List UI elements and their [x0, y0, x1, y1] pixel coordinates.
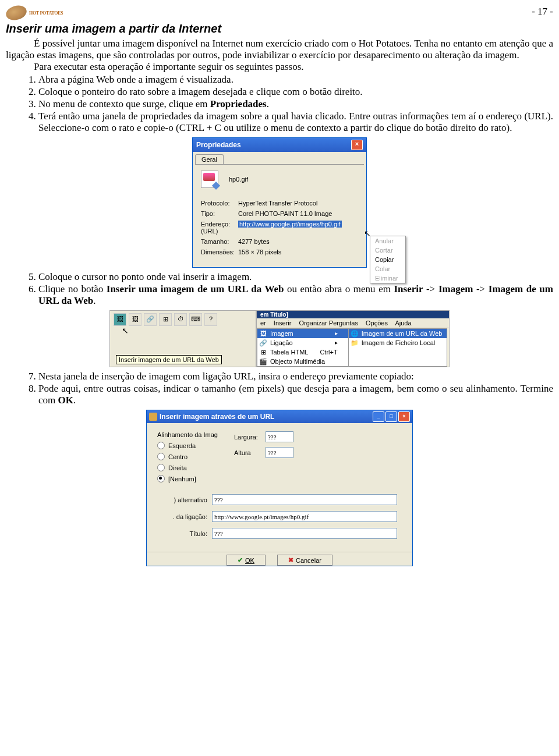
step-6: Clique no botão Inserir uma imagem de um… — [38, 283, 553, 307]
ctx-copiar[interactable]: Copiar — [370, 255, 405, 264]
toolbar-button[interactable]: ⏱ — [174, 313, 187, 326]
insert-url-dialog: Inserir imagem através de um URL _ □ × A… — [146, 410, 413, 566]
toolbar-button[interactable]: 🖼 — [129, 313, 141, 326]
close-icon[interactable]: × — [351, 140, 363, 150]
alt-label: ) alternativo — [157, 496, 207, 503]
largura-label: Largura: — [234, 434, 262, 441]
image-icon: 🖼 — [259, 330, 267, 338]
insert-dialog-figure: Inserir imagem através de um URL _ □ × A… — [6, 410, 553, 566]
page-header: HOT POTATOES - 17 - — [6, 6, 553, 20]
dim-value: 158 × 78 pixels — [238, 249, 358, 255]
section-title: Inserir uma imagem a partir da Internet — [6, 22, 553, 36]
type-value: Corel PHOTO-PAINT 11.0 Image — [238, 210, 358, 217]
logo-text: HOT POTATOES — [29, 10, 63, 16]
page-number: - 17 - — [532, 6, 553, 17]
radio-direita[interactable]: Direita — [157, 464, 218, 471]
ctx-anular: Anular — [370, 236, 405, 246]
submenu-objecto[interactable]: 🎬Objecto Multimédia — [257, 357, 348, 366]
step-4: Terá então uma janela de propriedades da… — [38, 111, 553, 134]
toolbar-button[interactable]: ⊞ — [159, 313, 172, 326]
toolbar-button[interactable]: ⌨ — [189, 313, 202, 326]
toolbar-pane: 🖼 🖼 🔗 ⊞ ⏱ ⌨ ? ↖ Inserir imagem de um URL… — [109, 310, 256, 367]
link-label: . da ligação: — [157, 513, 207, 520]
step-5: Coloque o cursor no ponto onde vai inser… — [38, 271, 553, 283]
submenu-ligacao[interactable]: 🔗Ligação — [257, 338, 348, 347]
cancel-button[interactable]: Cancelar — [277, 555, 332, 566]
step-2: Coloque o ponteiro do rato sobre a image… — [38, 86, 553, 98]
radio-nenhum[interactable]: [Nenhum] — [157, 475, 218, 482]
table-icon: ⊞ — [259, 349, 267, 357]
properties-body: hp0.gif Protocolo:HyperText Transfer Pro… — [195, 164, 364, 265]
properties-dialog: Propriedades × Geral hp0.gif Protocolo:H… — [192, 137, 367, 268]
menu-inserir[interactable]: Inserir — [274, 320, 292, 326]
context-menu[interactable]: Anular Cortar Copiar Colar Eliminar — [370, 236, 406, 283]
potato-icon — [5, 3, 29, 22]
maximize-icon[interactable]: □ — [385, 411, 397, 422]
menu-pane: em Título] er Inserir Organizar Pergunta… — [256, 310, 450, 367]
altura-input[interactable] — [266, 447, 293, 458]
submenu-imagem[interactable]: 🖼Imagem — [257, 329, 348, 338]
link-icon: 🔗 — [259, 339, 267, 347]
intro-para-2: Para executar esta operação é importante… — [6, 61, 553, 73]
menu-opcoes[interactable]: Opções — [366, 320, 388, 326]
largura-input[interactable] — [266, 431, 293, 442]
media-icon: 🎬 — [259, 358, 267, 366]
protocol-label: Protocolo: — [201, 200, 238, 207]
imagem-submenu[interactable]: 🌐Imagem de um URL da Web 📁Imagem de Fich… — [348, 328, 448, 367]
radio-esquerda[interactable]: Esquerda — [157, 442, 218, 449]
properties-titlebar[interactable]: Propriedades × — [193, 138, 366, 152]
tab-bar: Geral — [193, 152, 366, 164]
properties-title: Propriedades — [196, 141, 241, 149]
submenu2-file[interactable]: 📁Imagem de Ficheiro Local — [349, 338, 447, 347]
menu-organizar[interactable]: Organizar Perguntas — [299, 320, 358, 326]
dim-label: Dimensões: — [201, 249, 238, 255]
step-8: Pode aqui, entre outras coisas, indicar … — [38, 383, 553, 406]
step-3: No menu de contexto que surge, clique em… — [38, 98, 553, 110]
minimize-icon[interactable]: _ — [373, 411, 384, 422]
toolbar-button[interactable]: ? — [204, 313, 217, 326]
web-image-icon: 🌐 — [351, 330, 359, 338]
url-label: Endereço: (URL) — [201, 221, 238, 235]
dialog-titlebar[interactable]: Inserir imagem através de um URL _ □ × — [147, 410, 412, 423]
submenu2-url[interactable]: 🌐Imagem de um URL da Web — [349, 329, 447, 338]
inserir-submenu[interactable]: 🖼Imagem 🔗Ligação ⊞Tabela HTMLCtrl+T 🎬Obj… — [257, 328, 349, 367]
ctx-eliminar: Eliminar — [370, 274, 405, 283]
title-label: Título: — [157, 530, 207, 537]
insert-web-image-button[interactable]: 🖼 — [114, 313, 126, 326]
cursor-icon: ↖ — [122, 326, 129, 335]
app-icon — [149, 413, 157, 421]
title-input[interactable] — [212, 528, 397, 539]
dialog-title: Inserir imagem através de um URL — [160, 413, 274, 421]
type-label: Tipo: — [201, 210, 238, 217]
radio-centro[interactable]: Centro — [157, 453, 218, 460]
group-label: Alinhamento da Imag — [157, 431, 218, 438]
alt-input[interactable] — [212, 494, 397, 505]
alignment-group: Alinhamento da Imag Esquerda Centro Dire… — [157, 431, 218, 486]
size-group: Largura: Altura — [234, 431, 293, 486]
link-input[interactable] — [212, 511, 397, 522]
close-icon[interactable]: × — [398, 411, 410, 422]
intro-para-1: É possível juntar uma imagem disponível … — [6, 38, 553, 61]
menubar[interactable]: er Inserir Organizar Perguntas Opções Aj… — [257, 318, 449, 328]
size-label: Tamanho: — [201, 238, 238, 245]
tooltip: Inserir imagem de um URL da Web — [116, 355, 222, 364]
window-title-strip: em Título] — [257, 311, 449, 318]
step-7: Nesta janela de inserção de imagem com l… — [38, 371, 553, 382]
toolbar: 🖼 🖼 🔗 ⊞ ⏱ ⌨ ? — [114, 313, 252, 326]
menu-figure: 🖼 🖼 🔗 ⊞ ⏱ ⌨ ? ↖ Inserir imagem de um URL… — [6, 310, 553, 367]
ctx-colar: Colar — [370, 264, 405, 274]
altura-label: Altura — [234, 449, 262, 456]
step-1: Abra a página Web onde a imagem é visual… — [38, 74, 553, 86]
menu-ajuda[interactable]: Ajuda — [395, 320, 411, 326]
url-value-selected[interactable]: http://www.google.pt/images/hp0.gif — [238, 221, 342, 228]
size-value: 4277 bytes — [238, 238, 358, 245]
toolbar-button[interactable]: 🔗 — [144, 313, 157, 326]
ctx-cortar: Cortar — [370, 246, 405, 255]
menu-er[interactable]: er — [260, 320, 266, 326]
properties-dialog-figure: Propriedades × Geral hp0.gif Protocolo:H… — [6, 137, 553, 268]
ok-button[interactable]: OK — [227, 555, 266, 566]
tab-geral[interactable]: Geral — [195, 154, 224, 164]
file-type-icon — [201, 171, 218, 188]
filename: hp0.gif — [229, 176, 248, 183]
submenu-tabela[interactable]: ⊞Tabela HTMLCtrl+T — [257, 347, 348, 357]
